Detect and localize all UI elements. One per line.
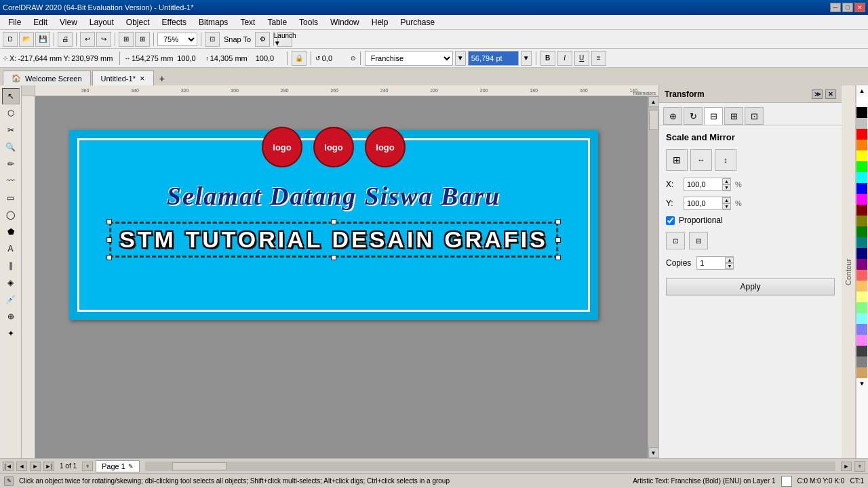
maximize-button[interactable]: □ [842, 3, 853, 12]
tab-welcome-screen[interactable]: 🏠 Welcome Screen [3, 70, 91, 85]
effects-tool[interactable]: ✦ [2, 325, 20, 342]
palette-color-25[interactable] [856, 367, 867, 378]
new-button[interactable]: 🗋 [3, 32, 18, 47]
palette-color-4[interactable] [856, 140, 867, 150]
align-button[interactable]: ≡ [591, 51, 606, 66]
palette-color-0[interactable] [856, 96, 867, 107]
print-button[interactable]: 🖨 [58, 32, 73, 47]
palette-color-23[interactable] [856, 346, 867, 357]
menu-tools[interactable]: Tools [294, 16, 323, 28]
horizontal-scrollbar[interactable] [145, 462, 835, 471]
h-scroll-right-button[interactable]: ► [841, 462, 852, 471]
palette-color-8[interactable] [856, 183, 867, 194]
lock-ratio-button[interactable]: 🔒 [292, 51, 307, 66]
copies-up[interactable]: ▲ [725, 257, 734, 263]
eyedropper-tool[interactable]: 💉 [2, 291, 20, 308]
ellipse-tool[interactable]: ◯ [2, 207, 20, 223]
font-size-input[interactable] [468, 51, 519, 66]
palette-color-1[interactable] [856, 107, 867, 118]
scale-x-down[interactable]: ▼ [722, 184, 731, 190]
parallel-tool[interactable]: ∥ [2, 258, 20, 274]
italic-button[interactable]: I [557, 51, 572, 66]
palette-color-9[interactable] [856, 194, 867, 205]
palette-color-13[interactable] [856, 237, 867, 248]
orient-icon-1[interactable]: ⊡ [666, 232, 685, 249]
crop-tool[interactable]: ✂ [2, 122, 20, 138]
zoom-dropdown[interactable]: 75% 100% 50% [157, 33, 197, 46]
rectangle-tool[interactable]: ▭ [2, 190, 20, 206]
underline-button[interactable]: U [574, 51, 589, 66]
page-first-button[interactable]: |◄ [3, 462, 14, 471]
page-last-button[interactable]: ►| [43, 462, 54, 471]
selection-tool[interactable]: ↖ [2, 88, 20, 104]
panel-close-button[interactable]: ✕ [825, 89, 836, 99]
menu-edit[interactable]: Edit [28, 16, 53, 28]
panel-expand-button[interactable]: ≫ [812, 89, 823, 99]
palette-color-2[interactable] [856, 118, 867, 129]
menu-bitmaps[interactable]: Bitmaps [193, 16, 233, 28]
palette-color-18[interactable] [856, 291, 867, 302]
palette-color-7[interactable] [856, 172, 867, 183]
tab-document1[interactable]: Untitled-1* ✕ [92, 70, 154, 85]
grid-button[interactable]: ⊞ [135, 32, 150, 47]
palette-color-19[interactable] [856, 302, 867, 313]
palette-color-6[interactable] [856, 161, 867, 172]
palette-color-3[interactable] [856, 129, 867, 140]
menu-window[interactable]: Window [325, 16, 365, 28]
scroll-thumb[interactable] [649, 110, 658, 130]
bold-button[interactable]: B [540, 51, 555, 66]
page-prev-button[interactable]: ◄ [16, 462, 27, 471]
options-button[interactable]: ⚙ [255, 32, 270, 47]
scroll-down-button[interactable]: ▼ [648, 447, 659, 458]
minimize-button[interactable]: ─ [830, 3, 841, 12]
snap-button[interactable]: ⊞ [119, 32, 134, 47]
menu-view[interactable]: View [54, 16, 83, 28]
palette-scroll-down[interactable]: ▼ [856, 378, 867, 389]
apply-button[interactable]: Apply [666, 278, 835, 296]
palette-scroll-up[interactable]: ▲ [856, 85, 867, 96]
menu-purchase[interactable]: Purchase [395, 16, 440, 28]
mirror-v-icon[interactable]: ↕ [715, 149, 736, 171]
menu-text[interactable]: Text [235, 16, 260, 28]
launch-button[interactable]: Launch ▼ [277, 32, 292, 47]
tab-add-button[interactable]: + [155, 72, 169, 85]
fill-tool[interactable]: ◈ [2, 274, 20, 291]
transform-tab-scale[interactable]: ⊟ [704, 107, 723, 125]
scale-y-up[interactable]: ▲ [722, 197, 731, 203]
page-next-button[interactable]: ► [30, 462, 41, 471]
transform-tab-skew[interactable]: ⊡ [745, 107, 764, 125]
page-tab[interactable]: Page 1 ✎ [96, 460, 140, 472]
font-dropdown-arrow[interactable]: ▼ [455, 51, 466, 66]
orient-icon-2[interactable]: ⊟ [689, 232, 708, 249]
palette-color-10[interactable] [856, 205, 867, 216]
palette-color-17[interactable] [856, 281, 867, 291]
transform-tab-position[interactable]: ⊕ [663, 107, 682, 125]
mirror-h-icon[interactable]: ↔ [690, 149, 712, 171]
font-size-dropdown-arrow[interactable]: ▼ [521, 51, 532, 66]
shape-tool[interactable]: ⬡ [2, 105, 20, 121]
text-tool[interactable]: A [2, 241, 20, 257]
palette-color-14[interactable] [856, 248, 867, 259]
page-add-button[interactable]: + [82, 462, 93, 471]
undo-button[interactable]: ↩ [80, 32, 95, 47]
palette-color-21[interactable] [856, 324, 867, 335]
palette-color-15[interactable] [856, 259, 867, 270]
menu-file[interactable]: File [3, 16, 26, 28]
menu-help[interactable]: Help [366, 16, 394, 28]
open-button[interactable]: 📂 [19, 32, 34, 47]
palette-color-5[interactable] [856, 150, 867, 161]
proportional-checkbox[interactable] [666, 216, 675, 225]
polygon-tool[interactable]: ⬟ [2, 224, 20, 240]
redo-button[interactable]: ↪ [96, 32, 111, 47]
palette-color-16[interactable] [856, 270, 867, 281]
menu-object[interactable]: Object [121, 16, 155, 28]
scale-nw-icon[interactable]: ⊞ [666, 149, 688, 171]
save-button[interactable]: 💾 [35, 32, 50, 47]
menu-effects[interactable]: Effects [157, 16, 192, 28]
scale-x-up[interactable]: ▲ [722, 178, 731, 184]
zoom-in-button[interactable]: + [854, 461, 865, 472]
smartdraw-tool[interactable]: 〰 [2, 173, 20, 189]
interactive-tool[interactable]: ⊕ [2, 308, 20, 325]
snap-to-button[interactable]: ⊡ [205, 32, 220, 47]
menu-layout[interactable]: Layout [84, 16, 119, 28]
